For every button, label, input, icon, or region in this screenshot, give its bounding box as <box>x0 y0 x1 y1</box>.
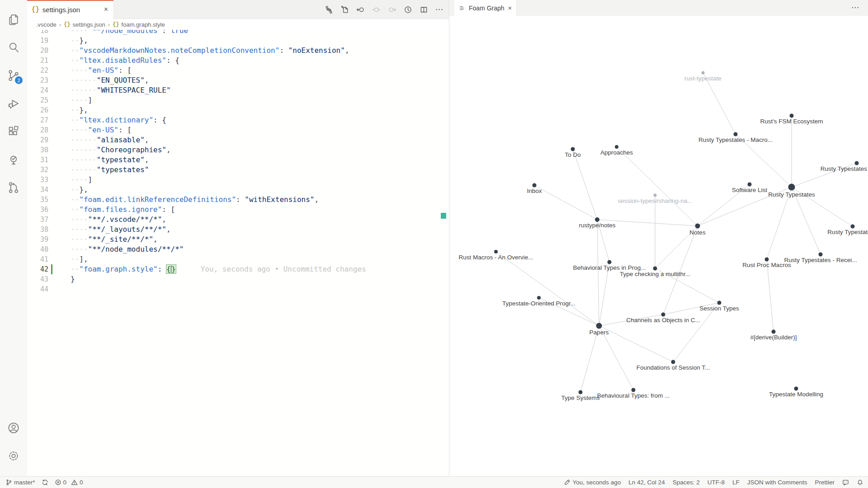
code-line[interactable]: 27··"ltex.dictionary": { <box>27 115 449 125</box>
code-line[interactable]: 26··}, <box>27 105 449 115</box>
split-editor-icon[interactable] <box>418 4 429 15</box>
code-line[interactable]: 20··"vscodeMarkdownNotes.noteCompletionC… <box>27 46 449 56</box>
graph-node-derive-builder[interactable] <box>772 330 776 334</box>
graph-node-foundations[interactable] <box>671 360 675 364</box>
code-line[interactable]: 38····"**/_layouts/**/*", <box>27 225 449 235</box>
graph-node-rusty-recei[interactable] <box>819 253 823 257</box>
indentation-status[interactable]: Spaces: 2 <box>673 479 700 486</box>
extensions-icon[interactable] <box>3 117 24 145</box>
graph-node-behavioural-types[interactable] <box>632 388 636 392</box>
branch-indicator[interactable]: master* <box>5 479 35 486</box>
code-line[interactable]: 28····"en-US": [ <box>27 125 449 135</box>
breadcrumb-symbol[interactable]: {} foam.graph.style <box>113 21 165 28</box>
graph-node-type-checking[interactable] <box>653 267 657 271</box>
breadcrumb: .vscode › {} settings.json › {} foam.gra… <box>27 19 449 30</box>
graph-node-approaches[interactable] <box>615 145 618 149</box>
search-icon[interactable] <box>3 33 24 61</box>
code-line[interactable]: 36··"foam.files.ignore": [ <box>27 205 449 215</box>
graph-node-session-types[interactable] <box>717 301 722 305</box>
code-line[interactable]: 42··"foam.graph.style": {}You, seconds a… <box>27 264 449 274</box>
graph-node-session-types-sharing[interactable] <box>654 194 657 197</box>
graph-edge <box>617 147 698 226</box>
timeline-icon[interactable] <box>402 4 414 15</box>
code-line[interactable]: 18····"**/node_modules": true <box>27 30 449 36</box>
graph-node-rust-typestate[interactable] <box>702 71 705 75</box>
todo-tree-icon[interactable] <box>3 145 24 174</box>
code-line[interactable]: 22····"en-US": [ <box>27 66 449 75</box>
code-line[interactable]: 30······"Choreographies", <box>27 145 449 155</box>
graph-node-label: Foundations of Session T... <box>637 364 710 371</box>
code-line[interactable]: 43} <box>27 274 449 284</box>
graph-node-inbox[interactable] <box>533 183 537 188</box>
code-editor[interactable]: 18····"**/node_modules": true19··},20··"… <box>27 30 449 476</box>
graph-node-rusty-macro[interactable] <box>734 132 738 136</box>
source-control-icon[interactable]: 2 <box>3 61 24 89</box>
code-line[interactable]: 31······"typestate", <box>27 155 449 165</box>
gitlens-icon[interactable] <box>3 174 24 202</box>
tab-foam-graph[interactable]: Foam Graph × <box>454 0 517 16</box>
graph-node-rusty-typestates-tr[interactable] <box>855 161 859 165</box>
feedback-button[interactable] <box>842 479 849 486</box>
graph-node-rusty-typestates-hub[interactable] <box>788 184 795 191</box>
sync-button[interactable] <box>42 479 48 486</box>
settings-gear-icon[interactable] <box>3 442 24 470</box>
graph-node-rust-proc-macros[interactable] <box>765 258 769 262</box>
foam-graph-canvas[interactable]: rust-typestateRust's FSM EcosystemRusty … <box>449 16 868 476</box>
graph-node-label: Inbox <box>527 188 542 194</box>
code-line[interactable]: 32······"typestates" <box>27 165 449 175</box>
code-line[interactable]: 23······"EN_QUOTES", <box>27 75 449 85</box>
eol-status[interactable]: LF <box>732 479 740 486</box>
graph-node-notes[interactable] <box>695 224 700 229</box>
next-change-icon[interactable] <box>370 4 382 15</box>
tab-settings-json[interactable]: {} settings.json × <box>27 0 114 19</box>
graph-node-to-do[interactable] <box>571 147 575 151</box>
compare-changes-icon[interactable] <box>323 4 335 15</box>
code-line[interactable]: 29······"aliasable", <box>27 135 449 145</box>
open-changes-icon[interactable] <box>339 4 350 15</box>
code-line[interactable]: 40····"**/node_modules/**/*" <box>27 244 449 254</box>
graph-node-software-list[interactable] <box>748 183 752 187</box>
breadcrumb-file[interactable]: {} settings.json <box>64 21 105 28</box>
graph-node-label: Rusty Typestates - Recei... <box>784 257 857 263</box>
code-line[interactable]: 37····"**/.vscode/**/*", <box>27 215 449 225</box>
graph-node-papers[interactable] <box>596 323 602 329</box>
code-line[interactable]: 21··"ltex.disabledRules": { <box>27 56 449 66</box>
graph-node-label: Session Types <box>699 305 739 312</box>
notifications-button[interactable] <box>857 479 863 486</box>
graph-node-channels[interactable] <box>661 313 665 317</box>
panel-close-icon[interactable]: × <box>508 4 512 12</box>
previous-change-icon[interactable] <box>354 4 366 15</box>
breadcrumb-folder[interactable]: .vscode <box>36 21 57 28</box>
code-line[interactable]: 39····"**/_site/**/*", <box>27 235 449 244</box>
explorer-icon[interactable] <box>3 5 24 33</box>
graph-node-typestate-oriented[interactable] <box>537 296 541 300</box>
graph-node-type-systems[interactable] <box>579 390 583 394</box>
code-line[interactable]: 24······"WHITESPACE_RULE" <box>27 85 449 95</box>
code-line[interactable]: 35··"foam.edit.linkReferenceDefinitions"… <box>27 195 449 205</box>
graph-node-fsm-ecosystem[interactable] <box>790 114 794 118</box>
code-line[interactable]: 41··], <box>27 254 449 264</box>
formatter-status[interactable]: Prettier <box>815 479 835 486</box>
problems-indicator[interactable]: 0 0 <box>55 479 83 486</box>
encoding-status[interactable]: UTF-8 <box>708 479 725 486</box>
account-icon[interactable] <box>3 414 24 442</box>
graph-node-behavioral-types[interactable] <box>608 260 612 264</box>
graph-edge <box>534 185 597 220</box>
graph-node-rust-macros-overview[interactable] <box>494 250 498 253</box>
code-line[interactable]: 33····] <box>27 175 449 185</box>
panel-more-actions-icon[interactable]: ⋯ <box>851 3 860 12</box>
code-line[interactable]: 25····] <box>27 95 449 105</box>
code-line[interactable]: 34··}, <box>27 185 449 195</box>
gitlens-blame-status[interactable]: You, seconds ago <box>564 479 621 486</box>
language-mode[interactable]: JSON with Comments <box>747 479 807 486</box>
more-actions-icon[interactable]: ⋯ <box>434 4 445 15</box>
graph-node-typestate-modelling[interactable] <box>794 387 798 391</box>
graph-node-rusty-typestates-r2[interactable] <box>851 225 855 229</box>
tab-close-icon[interactable]: × <box>103 5 109 14</box>
code-line[interactable]: 19··}, <box>27 36 449 46</box>
cursor-position[interactable]: Ln 42, Col 24 <box>628 479 665 486</box>
code-line[interactable]: 44 <box>27 284 449 294</box>
graph-node-rustype-notes[interactable] <box>595 217 599 222</box>
run-debug-icon[interactable] <box>3 89 24 117</box>
go-forward-icon[interactable] <box>386 4 398 15</box>
